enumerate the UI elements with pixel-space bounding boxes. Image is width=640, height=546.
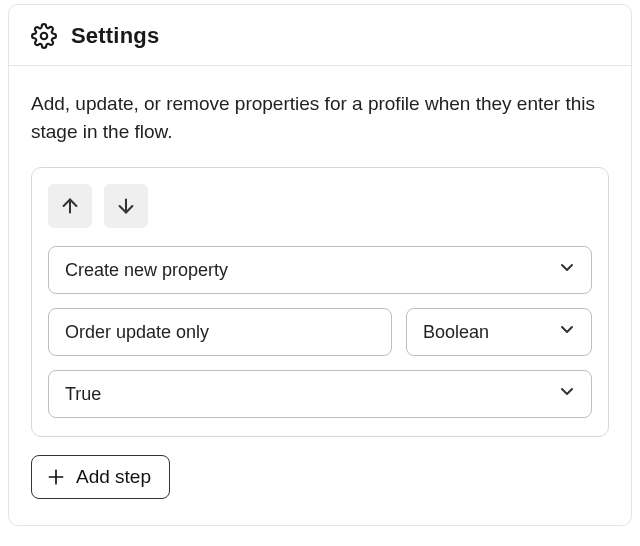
plus-icon: [46, 467, 66, 487]
property-name-value: Order update only: [65, 322, 209, 343]
chevron-down-icon: [557, 320, 577, 345]
value-select[interactable]: True: [48, 370, 592, 418]
type-select-value: Boolean: [423, 322, 489, 343]
arrow-down-icon: [115, 195, 137, 217]
action-select-value: Create new property: [65, 260, 228, 281]
move-up-button[interactable]: [48, 184, 92, 228]
add-step-row: Add step: [31, 455, 609, 499]
action-select[interactable]: Create new property: [48, 246, 592, 294]
arrow-up-icon: [59, 195, 81, 217]
panel-title: Settings: [71, 23, 159, 49]
move-down-button[interactable]: [104, 184, 148, 228]
settings-panel: Settings Add, update, or remove properti…: [8, 4, 632, 526]
panel-header: Settings: [9, 5, 631, 66]
reorder-controls: [48, 184, 592, 228]
panel-body: Add, update, or remove properties for a …: [9, 66, 631, 525]
type-select[interactable]: Boolean: [406, 308, 592, 356]
panel-description: Add, update, or remove properties for a …: [31, 90, 609, 145]
gear-icon: [31, 23, 57, 49]
value-select-value: True: [65, 384, 101, 405]
chevron-down-icon: [557, 382, 577, 407]
add-step-button[interactable]: Add step: [31, 455, 170, 499]
chevron-down-icon: [557, 258, 577, 283]
svg-point-0: [41, 33, 48, 40]
property-name-input[interactable]: Order update only: [48, 308, 392, 356]
add-step-label: Add step: [76, 466, 151, 488]
step-card: Create new property Order update only Bo…: [31, 167, 609, 437]
